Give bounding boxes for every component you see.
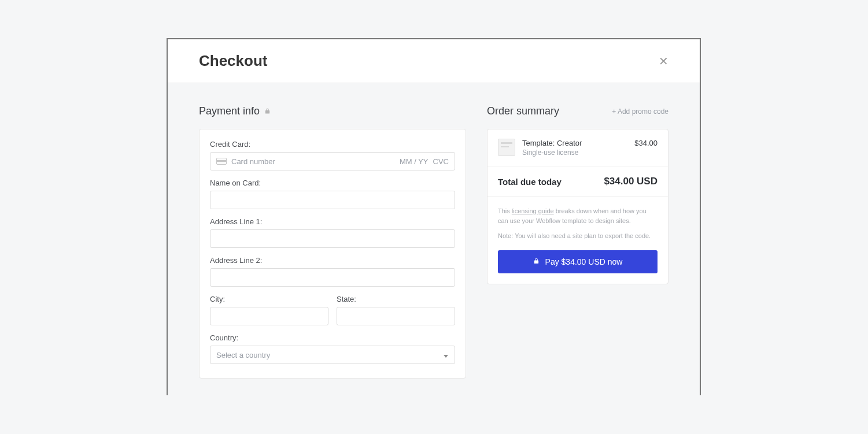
page-title: Checkout (199, 52, 267, 70)
state-input[interactable] (337, 307, 455, 325)
total-value: $34.00 USD (604, 176, 658, 187)
modal-body: Payment info Credit Card: MM / YY CVC (168, 83, 700, 400)
card-number-input[interactable] (231, 157, 395, 166)
lock-icon (264, 106, 271, 117)
address1-input[interactable] (210, 229, 455, 248)
address2-label: Address Line 2: (210, 256, 455, 265)
address2-field: Address Line 2: (210, 256, 455, 287)
state-label: State: (337, 295, 455, 303)
credit-card-field: Credit Card: MM / YY CVC (210, 140, 455, 170)
order-item-title: Template: Creator (522, 139, 627, 147)
note-prefix: This (498, 207, 512, 214)
card-expiry-placeholder: MM / YY (400, 157, 429, 166)
pay-button-label: Pay $34.00 USD now (545, 257, 623, 266)
city-input[interactable] (210, 307, 328, 325)
address1-label: Address Line 1: (210, 217, 455, 226)
name-on-card-label: Name on Card: (210, 179, 455, 187)
total-label: Total due today (498, 177, 562, 187)
card-cvc-placeholder: CVC (433, 157, 449, 166)
payment-column: Payment info Credit Card: MM / YY CVC (199, 105, 466, 379)
add-promo-code-link[interactable]: + Add promo code (612, 107, 668, 116)
credit-card-label: Credit Card: (210, 140, 455, 149)
checkout-modal: Checkout ✕ Payment info Credit Card: MM (167, 38, 701, 395)
credit-card-icon (216, 158, 227, 165)
order-summary-panel: Template: Creator Single-use license $34… (487, 129, 668, 284)
close-button[interactable]: ✕ (659, 55, 668, 67)
address2-input[interactable] (210, 268, 455, 287)
summary-column: Order summary + Add promo code Template:… (487, 105, 668, 284)
summary-section-title: Order summary (487, 105, 559, 117)
state-field: State: (337, 295, 455, 325)
country-field: Country: Select a country (210, 333, 455, 364)
modal-header: Checkout ✕ (168, 39, 700, 83)
order-total-row: Total due today $34.00 USD (487, 166, 668, 197)
country-select[interactable]: Select a country (210, 346, 455, 364)
country-label: Country: (210, 333, 455, 342)
order-item-subtitle: Single-use license (522, 149, 627, 157)
licensing-note: This licensing guide breaks down when an… (498, 206, 658, 225)
order-note-block: This licensing guide breaks down when an… (487, 197, 668, 284)
order-item: Template: Creator Single-use license $34… (487, 129, 668, 166)
summary-section-header: Order summary + Add promo code (487, 105, 668, 117)
name-on-card-input[interactable] (210, 191, 455, 209)
close-icon: ✕ (659, 55, 668, 68)
card-input-wrap[interactable]: MM / YY CVC (210, 152, 455, 170)
licensing-guide-link[interactable]: licensing guide (512, 207, 554, 214)
city-field: City: (210, 295, 328, 325)
address1-field: Address Line 1: (210, 217, 455, 248)
payment-section-header: Payment info (199, 105, 466, 117)
order-item-price: $34.00 (634, 139, 658, 157)
product-thumbnail (498, 139, 515, 156)
payment-form-panel: Credit Card: MM / YY CVC Name on Card: A… (199, 129, 466, 379)
payment-section-title: Payment info (199, 105, 260, 117)
city-label: City: (210, 295, 328, 303)
site-plan-note: Note: You will also need a site plan to … (498, 231, 658, 241)
pay-button[interactable]: Pay $34.00 USD now (498, 250, 658, 273)
lock-icon (533, 257, 540, 266)
name-on-card-field: Name on Card: (210, 179, 455, 209)
